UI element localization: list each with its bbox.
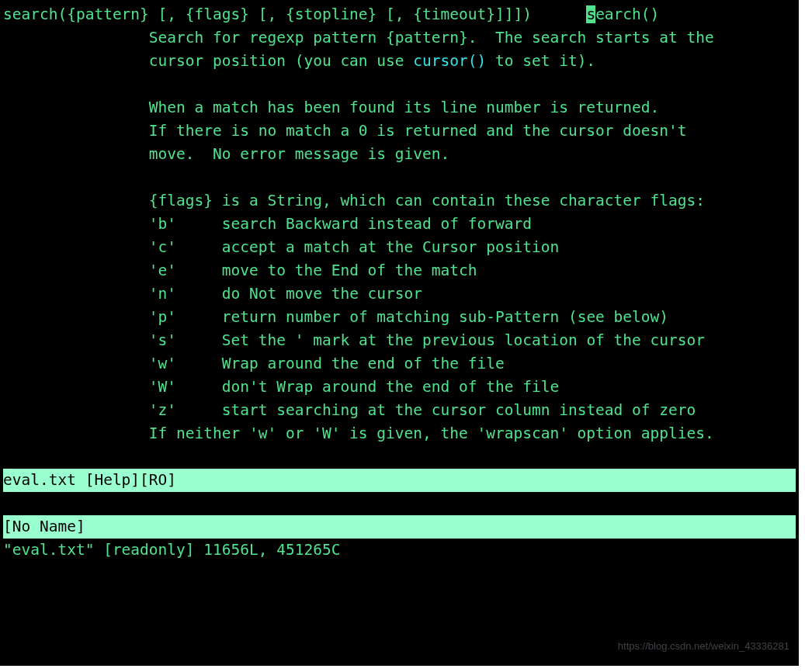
flag-row: 'n' do Not move the cursor [3, 282, 796, 306]
indent [3, 52, 149, 70]
flag-key: 'b' [149, 215, 176, 233]
flag-key: 'n' [149, 285, 176, 303]
flag-desc: Set the ' mark at the previous location … [222, 331, 705, 349]
flags-hdr: {flags} is a String, which can contain t… [149, 192, 705, 210]
flag-desc: move to the End of the match [222, 262, 477, 279]
flag-desc: Wrap around the end of the file [222, 355, 505, 372]
match-1: When a match has been found its line num… [149, 99, 659, 116]
indent [3, 355, 149, 372]
flag-row: 'w' Wrap around the end of the file [3, 352, 796, 376]
flag-desc: return number of matching sub-Pattern (s… [222, 308, 668, 326]
flag-key: 'w' [149, 355, 176, 372]
flag-key: 'e' [149, 262, 176, 279]
flag-gap [176, 262, 222, 279]
indent [3, 122, 149, 140]
flag-row: 'c' accept a match at the Cursor positio… [3, 236, 796, 259]
indent [3, 378, 149, 396]
flag-key: 'z' [149, 401, 176, 419]
flag-key: 'c' [149, 238, 176, 256]
terminal-window: search({pattern} [, {flags} [, {stopline… [0, 0, 799, 666]
intro-1: Search for regexp pattern {pattern}. The… [149, 29, 714, 47]
flag-gap [176, 378, 222, 396]
flag-gap [176, 215, 222, 233]
fn-signature: search({pattern} [, {flags} [, {stopline… [3, 5, 532, 23]
flag-key: 'p' [149, 308, 176, 326]
intro-2b: to set it). [486, 52, 595, 70]
indent [3, 424, 149, 442]
flag-desc: do Not move the cursor [222, 285, 422, 303]
empty-buffer-row[interactable] [3, 492, 796, 515]
flag-row: 'z' start searching at the cursor column… [3, 399, 796, 422]
indent [3, 262, 149, 279]
buffer-statusline: [No Name] [3, 515, 796, 539]
flag-gap [176, 355, 222, 372]
flag-desc: search Backward instead of forward [222, 215, 532, 233]
indent [3, 145, 149, 163]
command-line[interactable]: "eval.txt" [readonly] 11656L, 451265C [3, 539, 796, 562]
indent [3, 192, 149, 210]
flag-row: 'p' return number of matching sub-Patter… [3, 306, 796, 329]
flag-row: 'e' move to the End of the match [3, 259, 796, 282]
indent [3, 308, 149, 326]
flag-gap [176, 285, 222, 303]
indent [3, 331, 149, 349]
flag-key: 'W' [149, 378, 176, 396]
flag-row: 'b' search Backward instead of forward [3, 213, 796, 236]
intro-2a: cursor position (you can use [149, 52, 413, 70]
flag-gap [176, 238, 222, 256]
flags-footer: If neither 'w' or 'W' is given, the 'wra… [149, 424, 714, 442]
help-tag-hl: s [586, 5, 595, 23]
blank-row [3, 73, 796, 96]
indent [3, 401, 149, 419]
indent [3, 285, 149, 303]
blank-row [3, 166, 796, 189]
flag-key: 's' [149, 331, 176, 349]
flag-row: 's' Set the ' mark at the previous locat… [3, 329, 796, 352]
match-3: move. No error message is given. [149, 145, 449, 163]
indent [3, 99, 149, 116]
indent [3, 215, 149, 233]
indent [3, 238, 149, 256]
match-2: If there is no match a 0 is returned and… [149, 122, 687, 140]
flag-desc: accept a match at the Cursor position [222, 238, 559, 256]
blank-row [3, 445, 796, 469]
flag-gap [176, 401, 222, 419]
watermark: https://blog.csdn.net/weixin_43336281 [618, 635, 789, 658]
cursor-func-ref: cursor() [413, 52, 486, 70]
indent [3, 29, 149, 47]
flag-gap [176, 331, 222, 349]
sig-gap [532, 5, 586, 23]
help-tag-rest: earch() [595, 5, 659, 23]
help-statusline: eval.txt [Help][RO] [3, 469, 796, 492]
help-buffer[interactable]: search({pattern} [, {flags} [, {stopline… [3, 3, 796, 562]
flag-desc: start searching at the cursor column ins… [222, 401, 696, 419]
flag-desc: don't Wrap around the end of the file [222, 378, 559, 396]
flag-row: 'W' don't Wrap around the end of the fil… [3, 376, 796, 399]
flag-gap [176, 308, 222, 326]
